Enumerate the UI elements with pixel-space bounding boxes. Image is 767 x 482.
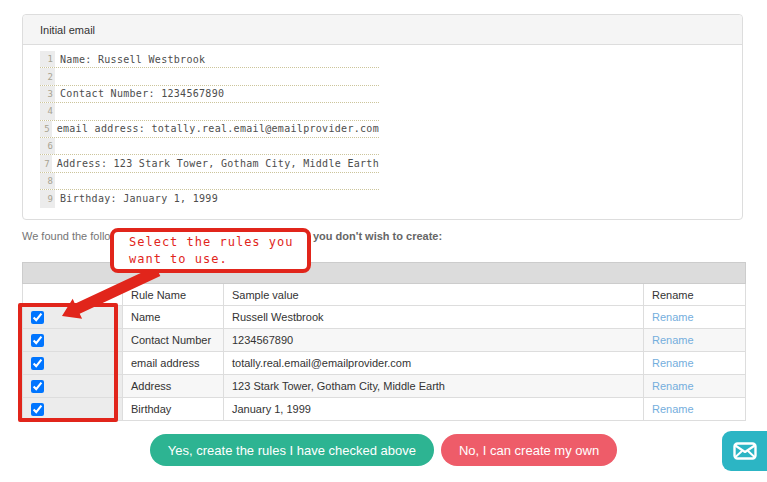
create-my-own-button[interactable]: No, I can create my own bbox=[441, 434, 617, 466]
line-text bbox=[55, 138, 60, 154]
rule-name-cell: Name bbox=[123, 306, 224, 329]
line-number: 6 bbox=[40, 138, 55, 154]
table-row: Contact Number 1234567890 Rename bbox=[23, 329, 746, 352]
rename-link[interactable]: Rename bbox=[652, 403, 694, 415]
rename-cell: Rename bbox=[644, 329, 746, 352]
sample-value-cell: Russell Westbrook bbox=[224, 306, 644, 329]
editor-line: 6 bbox=[40, 138, 379, 155]
rule-checkbox-cell bbox=[23, 398, 123, 421]
panel-heading: Initial email bbox=[23, 15, 742, 45]
rule-name-cell: Address bbox=[123, 375, 224, 398]
table-row: Address 123 Stark Tower, Gotham City, Mi… bbox=[23, 375, 746, 398]
sample-value-cell: totally.real.email@emailprovider.com bbox=[224, 352, 644, 375]
table-row: Name Russell Westbrook Rename bbox=[23, 306, 746, 329]
rule-checkbox[interactable] bbox=[31, 380, 44, 393]
line-text bbox=[55, 103, 60, 119]
editor-line: 7 Address: 123 Stark Tower, Gotham City,… bbox=[40, 155, 379, 172]
editor-line: 1 Name: Russell Westbrook bbox=[40, 51, 379, 68]
rule-checkbox[interactable] bbox=[31, 311, 44, 324]
table-top-band-cell bbox=[23, 263, 746, 284]
line-text: Contact Number: 1234567890 bbox=[55, 86, 224, 102]
editor-line: 3 Contact Number: 1234567890 bbox=[40, 86, 379, 103]
line-text: email address: totally.real.email@emailp… bbox=[52, 121, 379, 137]
rename-cell: Rename bbox=[644, 352, 746, 375]
sample-value-cell: 123 Stark Tower, Gotham City, Middle Ear… bbox=[224, 375, 644, 398]
rule-name-column-header: Rule Name bbox=[123, 284, 224, 306]
line-number: 8 bbox=[40, 173, 55, 189]
rule-checkbox-cell bbox=[23, 329, 123, 352]
email-editor[interactable]: 1 Name: Russell Westbrook 2 3 Contact Nu… bbox=[40, 51, 379, 208]
rule-checkbox[interactable] bbox=[31, 403, 44, 416]
panel-title: Initial email bbox=[40, 24, 95, 36]
rename-cell: Rename bbox=[644, 398, 746, 421]
rule-checkbox[interactable] bbox=[31, 357, 44, 370]
envelope-icon bbox=[733, 442, 757, 460]
line-text bbox=[55, 173, 60, 189]
rule-checkbox[interactable] bbox=[31, 334, 44, 347]
rule-checkbox-cell bbox=[23, 375, 123, 398]
sample-value-cell: January 1, 1999 bbox=[224, 398, 644, 421]
editor-line: 9 Birthday: January 1, 1999 bbox=[40, 190, 379, 207]
editor-line: 8 bbox=[40, 173, 379, 190]
line-number: 3 bbox=[40, 86, 55, 102]
rule-checkbox-cell bbox=[23, 352, 123, 375]
rules-table: Rule Name Sample value Rename Name Russe… bbox=[22, 262, 746, 421]
prompt-text-suffix: you don't wish to create: bbox=[313, 230, 442, 242]
initial-email-panel: Initial email 1 Name: Russell Westbrook … bbox=[22, 14, 743, 220]
rename-link[interactable]: Rename bbox=[652, 380, 694, 392]
rename-link[interactable]: Rename bbox=[652, 334, 694, 346]
table-top-band bbox=[23, 263, 746, 284]
rename-cell: Rename bbox=[644, 306, 746, 329]
line-text: Birthday: January 1, 1999 bbox=[55, 190, 218, 207]
checkbox-column-header bbox=[23, 284, 123, 306]
rule-checkbox-cell bbox=[23, 306, 123, 329]
prompt-text-prefix: We found the following bbox=[22, 230, 133, 242]
action-buttons: Yes, create the rules I have checked abo… bbox=[0, 434, 767, 466]
annotation-text-line1: Select the rules you bbox=[129, 234, 307, 251]
table-row: Birthday January 1, 1999 Rename bbox=[23, 398, 746, 421]
rule-name-cell: email address bbox=[123, 352, 224, 375]
table-row: email address totally.real.email@emailpr… bbox=[23, 352, 746, 375]
table-header-row: Rule Name Sample value Rename bbox=[23, 284, 746, 306]
editor-line: 5 email address: totally.real.email@emai… bbox=[40, 121, 379, 138]
editor-line: 4 bbox=[40, 103, 379, 120]
line-number: 1 bbox=[40, 51, 55, 67]
line-text: Address: 123 Stark Tower, Gotham City, M… bbox=[52, 155, 379, 171]
rename-link[interactable]: Rename bbox=[652, 357, 694, 369]
line-number: 2 bbox=[40, 68, 55, 84]
rename-link[interactable]: Rename bbox=[652, 311, 694, 323]
rule-name-cell: Birthday bbox=[123, 398, 224, 421]
line-number: 5 bbox=[40, 121, 52, 137]
feedback-email-tab[interactable] bbox=[722, 431, 767, 471]
line-text bbox=[55, 68, 60, 84]
rename-cell: Rename bbox=[644, 375, 746, 398]
rename-column-header: Rename bbox=[644, 284, 746, 306]
editor-line: 2 bbox=[40, 68, 379, 85]
line-number: 9 bbox=[40, 190, 55, 207]
rule-name-cell: Contact Number bbox=[123, 329, 224, 352]
line-text: Name: Russell Westbrook bbox=[55, 51, 205, 67]
sample-value-column-header: Sample value bbox=[224, 284, 644, 306]
line-number: 4 bbox=[40, 103, 55, 119]
create-rules-button[interactable]: Yes, create the rules I have checked abo… bbox=[150, 434, 434, 466]
line-number: 7 bbox=[40, 155, 52, 171]
sample-value-cell: 1234567890 bbox=[224, 329, 644, 352]
